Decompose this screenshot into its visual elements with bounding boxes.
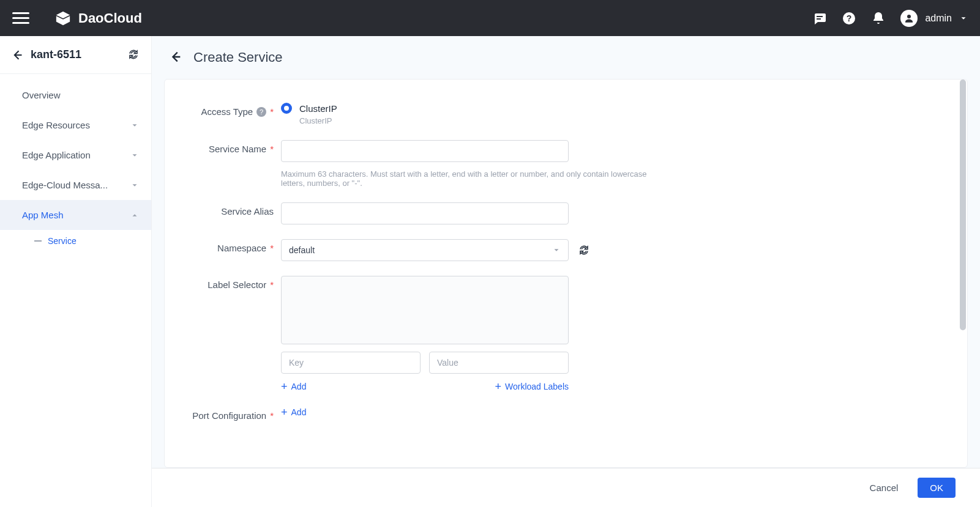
service-alias-input[interactable] [281,202,569,224]
sidebar-subitem-service[interactable]: Service [0,230,151,252]
cancel-button[interactable]: Cancel [862,478,906,498]
brand-logo[interactable]: DaoCloud [54,10,142,26]
sidebar-subitem-label: Service [48,236,77,246]
sidebar-item-edge-resources[interactable]: Edge Resources [0,110,151,140]
svg-rect-0 [817,16,823,17]
svg-rect-1 [817,18,821,20]
label-selector-label: Label Selector * [177,276,281,290]
service-name-input[interactable] [281,140,569,162]
brand-name: DaoCloud [78,10,142,26]
chevron-down-icon [130,151,139,160]
sidebar-refresh-icon[interactable] [128,49,140,61]
label-value-input[interactable] [429,352,569,374]
namespace-label: Namespace * [177,239,281,253]
plus-icon: + [281,381,288,392]
sidebar-item-label: Edge Resources [22,120,90,130]
scrollbar-thumb[interactable] [960,80,966,330]
namespace-value: default [289,245,315,255]
add-label-button[interactable]: + Add [281,381,306,392]
avatar-icon [900,10,918,27]
bell-icon[interactable] [871,11,886,26]
svg-text:?: ? [847,13,852,23]
help-icon[interactable]: ? [842,11,856,26]
footer-actions: Cancel OK [152,468,980,507]
label-key-input[interactable] [281,352,421,374]
sidebar-item-edge-application[interactable]: Edge Application [0,140,151,170]
chevron-up-icon [130,211,139,220]
cluster-name: kant-6511 [31,48,121,61]
radio-label: ClusterIP [299,103,337,114]
user-menu[interactable]: admin [900,10,968,27]
chevron-down-icon [130,181,139,190]
messages-icon[interactable] [812,11,827,26]
access-type-label: Access Type ? * [177,103,281,117]
radio-icon [281,103,292,114]
sidebar-item-label: Overview [22,90,61,100]
service-name-helper: Maximum 63 characters. Must start with a… [281,169,660,188]
namespace-refresh-icon[interactable] [578,245,589,256]
plus-icon: + [281,407,288,418]
sidebar-item-label: App Mesh [22,210,64,220]
radio-sublabel: ClusterIP [299,116,660,125]
chevron-down-icon [130,121,139,130]
page-title: Create Service [193,50,283,65]
plus-icon: + [495,381,501,392]
svg-point-4 [907,15,911,18]
service-name-label: Service Name * [177,140,281,154]
sidebar-item-overview[interactable]: Overview [0,80,151,110]
sidebar-item-label: Edge-Cloud Messa... [22,180,108,190]
sidebar-back-button[interactable] [11,49,23,61]
workload-labels-button[interactable]: + Workload Labels [495,381,569,392]
form-card: Access Type ? * ClusterIP ClusterIP [164,79,968,468]
app-header: DaoCloud ? admin [0,0,980,36]
chevron-down-icon [959,14,968,23]
sidebar-item-app-mesh[interactable]: App Mesh [0,200,151,230]
service-alias-label: Service Alias [177,202,281,216]
menu-toggle-icon[interactable] [12,10,29,27]
namespace-select[interactable]: default [281,239,569,261]
main-content: Create Service Access Type ? * ClusterIP [152,36,980,507]
port-config-label: Port Configuration * [177,407,281,421]
sidebar: kant-6511 Overview Edge Resources Edge A… [0,36,152,507]
user-name-label: admin [925,13,952,24]
page-back-button[interactable] [169,50,184,65]
add-port-button[interactable]: + Add [281,407,660,418]
logo-cube-icon [54,10,72,26]
sidebar-item-label: Edge Application [22,150,91,160]
sidebar-item-edge-cloud-messaging[interactable]: Edge-Cloud Messa... [0,170,151,200]
chevron-down-icon [552,246,561,254]
ok-button[interactable]: OK [918,478,956,498]
label-selector-box [281,276,569,344]
access-type-radio-clusterip[interactable]: ClusterIP [281,103,660,114]
help-tooltip-icon[interactable]: ? [256,107,266,117]
content-header: Create Service [152,36,980,79]
